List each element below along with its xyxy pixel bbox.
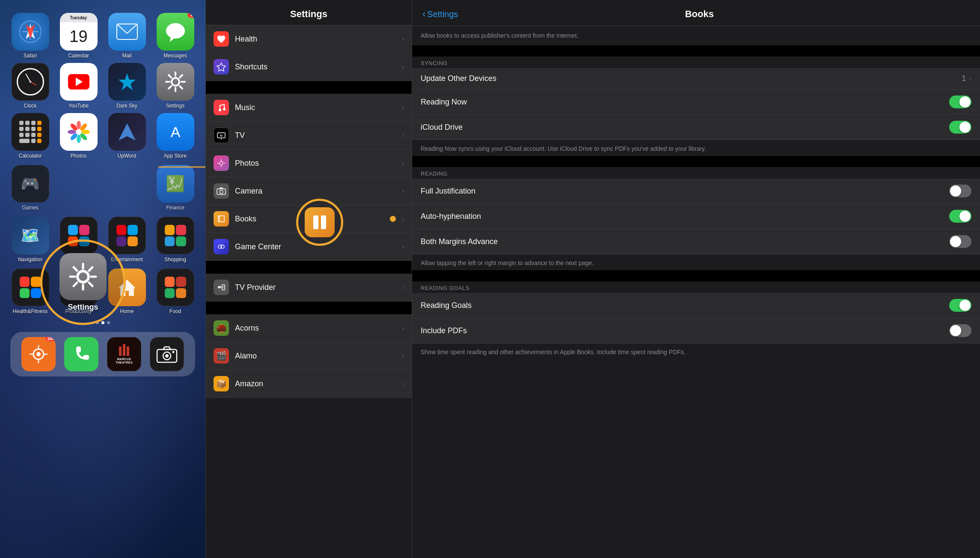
settings-row-amazon[interactable]: 📦 Amazon › bbox=[206, 370, 412, 398]
both-margins-row: Both Margins Advance bbox=[412, 229, 980, 254]
messages-badge: 1 bbox=[187, 13, 194, 18]
settings-circle-label: Settings bbox=[68, 303, 98, 312]
dock-phone[interactable] bbox=[64, 337, 98, 371]
both-margins-toggle[interactable] bbox=[949, 235, 971, 248]
settings-panel-title: Settings bbox=[214, 9, 403, 20]
settings-row-music[interactable]: Music › bbox=[206, 94, 412, 122]
overcast-badge: 283 bbox=[45, 337, 56, 341]
settings-back-button[interactable]: ‹ Settings bbox=[422, 9, 458, 20]
camera-chevron: › bbox=[402, 188, 404, 194]
svg-rect-64 bbox=[313, 215, 318, 229]
home-label: Home bbox=[120, 308, 134, 314]
books-settings-header: ‹ Settings Books bbox=[412, 0, 980, 26]
app-appstore[interactable]: A App Store bbox=[153, 113, 198, 159]
svg-text:$: $ bbox=[223, 286, 224, 289]
include-pdfs-toggle[interactable] bbox=[949, 324, 971, 337]
music-row-icon bbox=[214, 100, 229, 115]
app-grid-row3-wrapper: Calculator bbox=[6, 113, 199, 163]
shopping-icon bbox=[157, 217, 194, 254]
reading-goals-label: Reading Goals bbox=[421, 301, 943, 310]
dock-marcus[interactable]: MARCUSTHEATRES bbox=[107, 337, 141, 371]
books-circle-inner bbox=[305, 207, 335, 237]
app-messages[interactable]: 1 Messages bbox=[153, 13, 198, 59]
svg-text:A: A bbox=[170, 124, 180, 140]
full-justification-toggle[interactable] bbox=[949, 185, 971, 197]
reading-goals-row: Reading Goals bbox=[412, 293, 980, 318]
settings-circle-bg: Settings bbox=[43, 242, 123, 322]
app-calculator[interactable]: Calculator bbox=[8, 113, 53, 159]
margins-note: Allow tapping the left or right margin t… bbox=[412, 254, 980, 270]
books-top-description: Allow books to access publisher's conten… bbox=[412, 26, 980, 45]
app-shopping[interactable]: Shopping bbox=[153, 217, 198, 263]
settings-row-tv[interactable]: tv TV › bbox=[206, 122, 412, 149]
include-pdfs-label: Include PDFs bbox=[421, 326, 943, 335]
camera-row-icon bbox=[214, 183, 229, 199]
auto-hyphenation-toggle[interactable] bbox=[949, 210, 971, 223]
svg-point-43 bbox=[36, 352, 41, 356]
app-calendar[interactable]: Tuesday 19 Calendar bbox=[56, 13, 101, 59]
alamo-chevron: › bbox=[402, 352, 404, 359]
calculator-icon bbox=[12, 113, 49, 151]
svg-point-6 bbox=[166, 23, 185, 39]
reading-goals-toggle[interactable] bbox=[949, 299, 971, 312]
alamo-label: Alamo bbox=[235, 352, 396, 361]
app-finance[interactable]: 💹 Finance bbox=[153, 165, 198, 211]
shortcuts-row-icon bbox=[214, 59, 229, 75]
app-food[interactable]: Food bbox=[153, 269, 198, 314]
settings-row-alamo[interactable]: 🎬 Alamo › bbox=[206, 342, 412, 370]
app-settings[interactable]: Settings bbox=[153, 63, 198, 109]
safari-label: Safari bbox=[24, 53, 37, 59]
app-youtube[interactable]: YouTube bbox=[56, 63, 101, 109]
settings-highlight-circle: Settings bbox=[40, 239, 126, 325]
section-gap-1 bbox=[206, 81, 412, 94]
settings-row-health[interactable]: Health › bbox=[206, 25, 412, 53]
app-navigation[interactable]: 🗺️ Navigation bbox=[8, 217, 53, 263]
app-upword[interactable]: UpWord bbox=[104, 113, 149, 159]
tvprovider-chevron: › bbox=[402, 284, 404, 291]
svg-line-15 bbox=[180, 75, 182, 78]
svg-point-28 bbox=[77, 271, 89, 282]
svg-line-35 bbox=[89, 267, 92, 271]
games-label: Games bbox=[22, 205, 39, 211]
reading-now-row: Reading Now bbox=[412, 90, 980, 115]
health-chevron: › bbox=[402, 36, 404, 42]
svg-point-51 bbox=[219, 109, 221, 111]
reading-goals-gap bbox=[412, 270, 980, 281]
app-mail[interactable]: Mail bbox=[104, 13, 149, 59]
app-clock[interactable]: Clock bbox=[8, 63, 53, 109]
svg-point-23 bbox=[68, 130, 76, 134]
app-games[interactable]: 🎮 Games bbox=[8, 165, 53, 211]
spacer2 bbox=[104, 165, 142, 211]
books-settings-content: Allow books to access publisher's conten… bbox=[412, 26, 980, 558]
amazon-chevron: › bbox=[402, 380, 404, 387]
bottom-note: Show time spent reading and other achiev… bbox=[412, 343, 980, 359]
icloud-drive-toggle[interactable] bbox=[949, 121, 971, 134]
update-other-devices-row[interactable]: Update Other Devices 1 › bbox=[412, 68, 980, 90]
app-safari[interactable]: Safari bbox=[8, 13, 53, 59]
app-photos[interactable]: Photos bbox=[56, 113, 101, 159]
svg-point-21 bbox=[77, 134, 81, 143]
dock-camera[interactable] bbox=[150, 337, 184, 371]
svg-line-34 bbox=[89, 283, 92, 286]
acorns-label: Acorns bbox=[235, 324, 396, 333]
app-grid-row2: Clock YouTube Dark Sky bbox=[6, 63, 199, 113]
darksky-label: Dark Sky bbox=[116, 103, 137, 109]
settings-row-tvprovider[interactable]: $ TV Provider › bbox=[206, 274, 412, 301]
alamo-row-icon: 🎬 bbox=[214, 348, 229, 364]
photos-icon bbox=[60, 113, 98, 151]
calendar-day: 19 bbox=[60, 22, 98, 51]
svg-rect-65 bbox=[321, 215, 326, 229]
books-row-icon bbox=[214, 211, 229, 227]
settings-row-photos[interactable]: Photos › bbox=[206, 149, 412, 177]
app-darksky[interactable]: Dark Sky bbox=[104, 63, 149, 109]
settings-row-shortcuts[interactable]: Shortcuts › bbox=[206, 53, 412, 81]
settings-row-acorns[interactable]: 🌰 Acorns › bbox=[206, 314, 412, 342]
reading-now-toggle[interactable] bbox=[949, 95, 971, 108]
dock-overcast[interactable]: 283 bbox=[21, 337, 56, 371]
calculator-label: Calculator bbox=[18, 153, 42, 159]
marcus-icon: MARCUSTHEATRES bbox=[107, 337, 141, 371]
settings-small-label: Settings bbox=[166, 103, 184, 109]
sync-note: Reading Now syncs using your iCloud acco… bbox=[412, 140, 980, 156]
svg-line-13 bbox=[169, 75, 171, 78]
upword-icon bbox=[108, 113, 146, 151]
